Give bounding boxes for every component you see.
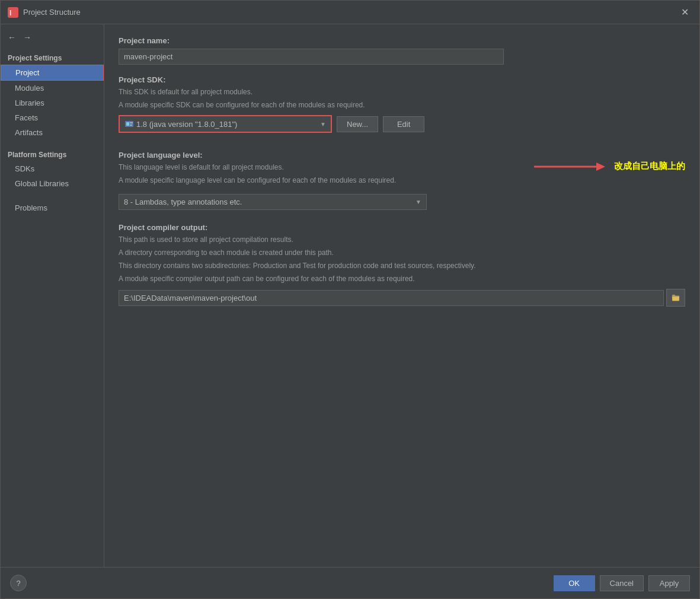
language-dropdown[interactable]: 8 - Lambdas, type annotations etc. ▼ xyxy=(119,194,427,210)
app-icon: I xyxy=(8,7,18,18)
annotation-text: 改成自己电脑上的 xyxy=(614,161,685,172)
platform-settings-label: Platform Settings xyxy=(1,147,104,161)
language-level-desc2: A module specific language level can be … xyxy=(119,175,531,186)
sidebar: ← → Project Settings Project Modules Lib… xyxy=(1,24,104,567)
sidebar-item-global-libraries[interactable]: Global Libraries xyxy=(1,176,104,191)
compiler-output-label: Project compiler output: xyxy=(119,223,685,232)
project-sdk-desc1: This SDK is default for all project modu… xyxy=(119,87,685,97)
language-level-section: Project language level: This language le… xyxy=(119,139,531,188)
sidebar-item-facets[interactable]: Facets xyxy=(1,110,104,125)
ok-button[interactable]: OK xyxy=(554,575,595,591)
svg-rect-3 xyxy=(126,122,129,126)
project-name-input[interactable] xyxy=(119,49,504,65)
cancel-button[interactable]: Cancel xyxy=(600,575,644,591)
project-language-level-label: Project language level: xyxy=(119,151,531,160)
language-dropdown-arrow: ▼ xyxy=(415,199,421,205)
svg-text:I: I xyxy=(9,9,11,17)
new-button[interactable]: New... xyxy=(337,116,378,132)
sdk-row: 1.8 (java version "1.8.0_181") ▼ New... … xyxy=(119,115,685,133)
red-arrow-svg xyxy=(531,158,608,176)
main-content: Project name: Project SDK: This SDK is d… xyxy=(104,24,699,567)
sdk-value: 1.8 (java version "1.8.0_181") xyxy=(136,120,237,129)
compiler-output-row xyxy=(119,289,685,307)
sidebar-item-modules[interactable]: Modules xyxy=(1,81,104,95)
svg-rect-5 xyxy=(130,125,132,126)
project-sdk-desc2: A module specific SDK can be configured … xyxy=(119,100,685,110)
compiler-desc1: This path is used to store all project c… xyxy=(119,234,685,245)
svg-rect-4 xyxy=(130,122,133,123)
project-sdk-label: Project SDK: xyxy=(119,75,685,84)
project-settings-label: Project Settings xyxy=(1,50,104,65)
sdk-dropdown-content: 1.8 (java version "1.8.0_181") xyxy=(124,119,237,129)
sidebar-item-libraries[interactable]: Libraries xyxy=(1,95,104,110)
sidebar-item-artifacts[interactable]: Artifacts xyxy=(1,125,104,140)
sdk-icon xyxy=(124,119,134,129)
compiler-desc3: This directory contains two subdirectori… xyxy=(119,260,685,271)
sdk-dropdown-arrow: ▼ xyxy=(320,121,326,128)
close-button[interactable]: ✕ xyxy=(677,5,692,19)
help-button[interactable]: ? xyxy=(10,575,27,591)
content-area: ← → Project Settings Project Modules Lib… xyxy=(1,24,699,567)
sidebar-item-sdks[interactable]: SDKs xyxy=(1,161,104,176)
project-structure-dialog: I Project Structure ✕ ← → Project Settin… xyxy=(0,0,700,599)
sidebar-item-problems[interactable]: Problems xyxy=(1,200,104,215)
language-level-desc1: This language level is default for all p… xyxy=(119,162,531,173)
language-level-value: 8 - Lambdas, type annotations etc. xyxy=(124,197,242,206)
sdk-dropdown[interactable]: 1.8 (java version "1.8.0_181") ▼ xyxy=(119,115,332,133)
compiler-output-input[interactable] xyxy=(119,290,664,306)
annotation-area: Project language level: This language le… xyxy=(119,139,685,188)
title-bar: I Project Structure ✕ xyxy=(1,1,699,24)
back-arrow[interactable]: ← xyxy=(5,31,18,43)
bottom-bar: ? OK Cancel Apply xyxy=(1,567,699,598)
dialog-title: Project Structure xyxy=(23,8,677,17)
folder-icon xyxy=(672,294,680,302)
compiler-desc4: A module specific compiler output path c… xyxy=(119,273,685,284)
edit-button[interactable]: Edit xyxy=(383,116,424,132)
folder-button[interactable] xyxy=(666,289,685,307)
compiler-desc2: A directory corresponding to each module… xyxy=(119,247,685,258)
sidebar-item-project[interactable]: Project xyxy=(1,65,104,81)
red-arrow-container: 改成自己电脑上的 xyxy=(531,158,685,176)
nav-arrows: ← → xyxy=(1,29,104,50)
svg-marker-7 xyxy=(596,163,605,171)
forward-arrow[interactable]: → xyxy=(21,31,34,43)
apply-button[interactable]: Apply xyxy=(648,575,690,591)
project-name-label: Project name: xyxy=(119,36,685,45)
